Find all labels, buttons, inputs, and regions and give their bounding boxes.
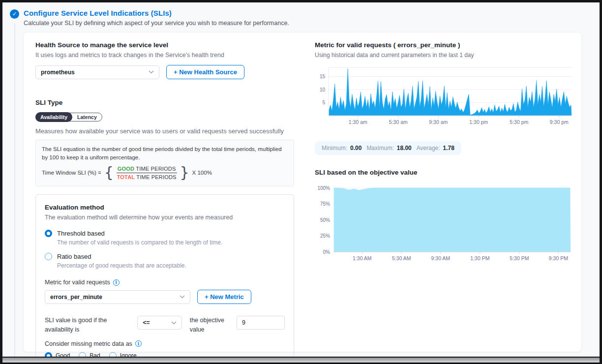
sli-objective-heading: SLI based on the objective value [315,169,572,176]
metric-chart-subheading: Using historical data and current parame… [315,52,572,59]
page-title: Configure Service Level Indicatiors (SLI… [24,9,289,17]
metric-select[interactable]: errors_per_minute [45,290,190,304]
info-icon[interactable]: i [113,279,120,286]
chevron-down-icon [180,295,185,299]
new-metric-button[interactable]: + New Metric [197,290,251,304]
maximum-value: 18.00 [397,145,412,152]
minimum-value: 0.00 [350,145,361,152]
minimum-label: Minimum: [322,145,347,152]
sli-condition-suffix: the objective value [190,316,229,334]
chevron-down-icon [171,321,177,325]
svg-text:9:30 AM: 9:30 AM [431,255,451,261]
ratio-based-description: Percentage of good requests that are acc… [57,262,285,269]
equation-fraction: GOOD TIME PERIODS TOTAL TIME PERIODS [117,166,177,180]
radio-ratio-based[interactable]: Ratio based [45,253,285,260]
evaluation-method-card: Evaluation method The evaluation method … [35,194,294,364]
svg-text:1:30 pm: 1:30 pm [469,119,488,125]
metric-valid-requests-label: Metric for valid requests [45,279,110,286]
open-brace: { [104,165,114,180]
total-term: TOTAL [117,174,135,180]
radio-selected-icon [45,230,52,237]
sli-equation: Time Window SLI (%) = { GOOD TIME PERIOD… [42,165,288,180]
sli-equation-box: The SLI equation is the number of good t… [35,140,294,186]
good-term-rest: TIME PERIODS [134,166,176,172]
step-header: ✓ Configure Service Level Indicatiors (S… [10,9,289,27]
radio-threshold-based[interactable]: Threshold based [45,230,285,237]
sli-type-heading: SLI Type [35,99,294,106]
svg-text:5:30 pm: 5:30 pm [510,119,528,125]
step-complete-check-icon: ✓ [10,9,19,19]
page-subtitle: Calculate your SLI by defining which asp… [24,20,289,27]
sli-equation-intro: The SLI equation is the number of good t… [42,145,288,161]
health-source-subheading: It uses logs and metrics to track change… [35,52,294,59]
objective-value-input[interactable] [237,316,285,330]
close-brace: } [180,165,189,180]
window-bottom-scrollbar[interactable] [2,357,600,364]
evaluation-method-heading: Evaluation method [45,204,285,211]
average-value: 1.78 [443,145,454,152]
evaluation-method-subheading: The evaluation method will determine how… [45,214,285,221]
maximum-label: Maximum: [366,145,393,152]
svg-text:10: 10 [320,87,326,92]
equation-suffix: X 100% [192,170,212,176]
sli-config-card: Health Source to manage the service leve… [23,32,582,352]
metric-chart-heading: Metric for valid requests ( errors_per_m… [315,41,572,49]
info-icon[interactable]: i [135,340,142,347]
comparator-value: <= [143,319,150,326]
chevron-down-icon [149,70,154,74]
svg-text:25%: 25% [320,233,330,239]
stepper-progress-line [14,23,15,357]
good-term: GOOD [118,166,134,172]
new-health-source-button[interactable]: + New Health Source [166,65,244,79]
window-frame: ✓ Configure Service Level Indicatiors (S… [0,0,602,364]
ratio-based-label: Ratio based [57,253,91,260]
svg-text:5:30 PM: 5:30 PM [510,255,529,261]
svg-text:9:30 pm: 9:30 pm [550,119,569,125]
average-label: Average: [417,145,440,152]
missing-metric-data-label: Consider missing metric data as [45,340,132,347]
window-top-edge [2,2,600,3]
sli-type-toggle: Availability Latency [35,113,102,121]
sli-area-chart[interactable]: 0%25%50%75%100%1:30 AM5:30 AM9:30 AM1:30… [315,182,572,267]
svg-text:75%: 75% [320,201,330,207]
health-source-heading: Health Source to manage the service leve… [35,41,294,49]
metric-stats-bar: Minimum: 0.00 Maximum: 18.00 Average: 1.… [315,141,461,155]
preview-column: Metric for valid requests ( errors_per_m… [303,32,583,352]
svg-text:50%: 50% [320,217,330,223]
svg-text:9:30 PM: 9:30 PM [549,255,568,261]
svg-text:5: 5 [322,100,325,105]
tab-availability[interactable]: Availability [35,112,72,122]
threshold-based-label: Threshold based [57,230,105,237]
tab-latency[interactable]: Latency [72,113,102,121]
svg-text:1:30 PM: 1:30 PM [470,255,489,261]
metric-timeseries-chart[interactable]: 510151:30 am5:30 am9:30 am1:30 pm5:30 pm… [315,64,572,132]
configuration-column: Health Source to manage the service leve… [24,32,303,352]
sli-type-description: Measures how available your service was … [35,127,294,135]
metric-selected-value: errors_per_minute [50,294,102,301]
sli-condition-prefix: SLI value is good if the availability is [45,316,129,334]
svg-text:5:30 am: 5:30 am [389,119,408,125]
svg-text:1:30 AM: 1:30 AM [353,255,372,261]
threshold-based-description: The number of valid requests is compared… [57,239,285,246]
equation-prefix: Time Window SLI (%) = [42,170,101,176]
svg-text:9:30 am: 9:30 am [429,119,448,125]
svg-text:5:30 AM: 5:30 AM [392,255,411,261]
health-source-selected-value: prometheus [41,69,75,76]
svg-text:1:30 am: 1:30 am [349,119,367,125]
svg-text:100%: 100% [317,185,330,191]
svg-text:0%: 0% [323,249,331,255]
comparator-select[interactable]: <= [137,316,181,330]
radio-unselected-icon [45,253,52,260]
total-term-rest: TIME PERIODS [135,174,176,180]
health-source-select[interactable]: prometheus [35,65,159,79]
svg-text:15: 15 [320,74,326,79]
